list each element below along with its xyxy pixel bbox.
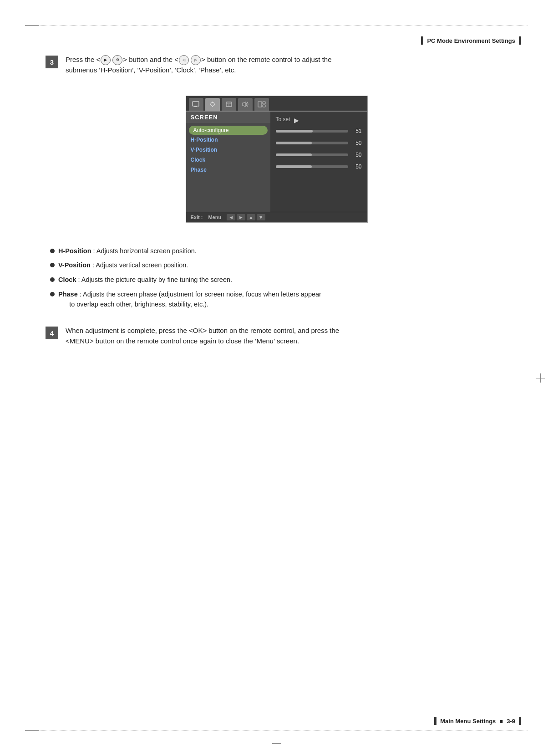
- progress-value-2: 50: [352, 140, 362, 146]
- page-border-left-top: [25, 25, 39, 26]
- footer-page: 3-9: [507, 718, 515, 725]
- tab-1: [189, 98, 203, 111]
- menu-title: SCREEN: [186, 112, 270, 123]
- header-bar-left: [421, 36, 423, 45]
- nav-left: ◄: [227, 214, 235, 220]
- bullet-text-1: H-Position : Adjusts horizontal screen p…: [58, 246, 197, 256]
- progress-fill-1: [276, 130, 313, 133]
- footer-exit: Exit :: [191, 215, 203, 220]
- step4-text: When adjustment is complete, press the <…: [66, 326, 339, 346]
- crosshair-bottom: [272, 739, 281, 748]
- menu-item-clock: Clock: [186, 155, 270, 165]
- menu-footer: Exit : Menu ◄ ► ▲ ▼: [186, 212, 367, 222]
- svg-rect-1: [194, 106, 197, 107]
- svg-rect-12: [263, 105, 265, 107]
- bullet-text-4: Phase : Adjusts the screen phase (adjust…: [58, 290, 321, 310]
- menu-row-4: 50: [276, 163, 362, 170]
- button-icon-3: ◁: [179, 55, 189, 65]
- progress-bar-4: [276, 165, 348, 168]
- tab-4: [238, 98, 253, 111]
- footer-nav-buttons: ◄ ► ▲ ▼: [227, 214, 265, 220]
- button-icon-1: ▶: [101, 55, 111, 65]
- bullet-vposition: V-Position : Adjusts vertical screen pos…: [50, 261, 507, 271]
- page-border-left-bottom: [25, 730, 39, 731]
- page-border-top: [25, 25, 528, 26]
- menu-image-container: SCREEN Auto-configure H-Position V-Posit…: [46, 85, 507, 234]
- bullet-dot-1: [50, 249, 55, 253]
- crosshair-right: [536, 373, 545, 383]
- svg-rect-11: [263, 102, 265, 104]
- progress-fill-4: [276, 165, 312, 168]
- bullet-text-2: V-Position : Adjusts vertical screen pos…: [58, 261, 188, 271]
- step3-block: 3 Press the < ▶ ⚙ > button and the < ◁ ▷…: [46, 55, 507, 76]
- nav-right: ►: [237, 214, 245, 220]
- menu-to-set-label: To set: [276, 116, 290, 123]
- nav-up: ▲: [247, 214, 255, 220]
- bullet-dot-2: [50, 263, 55, 267]
- tab-icon-audio: [242, 101, 249, 107]
- menu-right-header: To set ▶: [276, 116, 362, 124]
- button-icon-4: ▷: [191, 55, 201, 65]
- progress-fill-3: [276, 153, 312, 156]
- bullet-dot-3: [50, 277, 55, 282]
- footer-label: Main Menu Settings: [440, 718, 496, 725]
- bullet-phase: Phase : Adjusts the screen phase (adjust…: [50, 290, 507, 310]
- menu-left-panel: SCREEN Auto-configure H-Position V-Posit…: [186, 112, 270, 212]
- svg-rect-0: [193, 102, 199, 106]
- menu-item-auto: Auto-configure: [189, 126, 268, 135]
- step3-text2: submenus ‘H-Position’, ‘V-Position’, ‘Cl…: [66, 66, 236, 74]
- page-footer: Main Menu Settings ■ 3-9: [32, 717, 521, 725]
- progress-bar-2: [276, 142, 348, 144]
- tab-icon-layout: [258, 101, 266, 107]
- progress-value-4: 50: [352, 163, 362, 170]
- button-icon-2: ⚙: [112, 55, 122, 65]
- bullet-hposition: H-Position : Adjusts horizontal screen p…: [50, 246, 507, 256]
- menu-item-vpos: V-Position: [186, 145, 270, 155]
- progress-value-1: 51: [352, 128, 362, 134]
- progress-bar-3: [276, 153, 348, 156]
- footer-menu: Menu: [208, 215, 221, 220]
- menu-items-list: Auto-configure H-Position V-Position Clo…: [186, 123, 270, 178]
- menu-right-panel: To set ▶ 51 50: [270, 112, 367, 212]
- progress-fill-2: [276, 142, 312, 144]
- bullet-text-3: Clock : Adjusts the picture quality by f…: [58, 275, 232, 285]
- svg-point-2: [211, 102, 214, 106]
- tab-icon-brightness: [209, 101, 216, 107]
- step4-block: 4 When adjustment is complete, press the…: [46, 326, 507, 346]
- header-bar-right: [519, 36, 521, 45]
- tab-2: [205, 98, 220, 111]
- bullet-clock: Clock : Adjusts the picture quality by f…: [50, 275, 507, 285]
- footer-section: Main Menu Settings ■ 3-9: [434, 717, 521, 725]
- menu-item-phase: Phase: [186, 165, 270, 175]
- svg-rect-10: [258, 102, 262, 107]
- main-content: 3 Press the < ▶ ⚙ > button and the < ◁ ▷…: [46, 55, 507, 355]
- step4-number: 4: [46, 327, 58, 339]
- menu-tabs: [186, 96, 367, 112]
- tab-icon-settings: [225, 101, 233, 107]
- tab-5: [254, 98, 269, 111]
- crosshair-top: [272, 8, 281, 17]
- menu-row-2: 50: [276, 140, 362, 146]
- step3-number: 3: [46, 56, 58, 68]
- page-border-bottom: [25, 730, 528, 731]
- progress-bar-1: [276, 130, 348, 133]
- progress-value-3: 50: [352, 152, 362, 158]
- step3-text: Press the < ▶ ⚙ > button and the < ◁ ▷ >…: [66, 55, 332, 76]
- footer-bar-left: [434, 717, 436, 725]
- page-header: PC Mode Environment Settings: [421, 36, 521, 45]
- menu-item-hpos: H-Position: [186, 135, 270, 145]
- footer-bar-right: [519, 717, 521, 725]
- menu-row-3: 50: [276, 152, 362, 158]
- right-arrow-icon: ▶: [294, 117, 299, 124]
- bullet-list: H-Position : Adjusts horizontal screen p…: [50, 246, 507, 310]
- menu-row-1: 51: [276, 128, 362, 134]
- header-title: PC Mode Environment Settings: [427, 37, 515, 44]
- menu-screenshot: SCREEN Auto-configure H-Position V-Posit…: [186, 96, 368, 223]
- nav-down: ▼: [257, 214, 265, 220]
- bullet-dot-4: [50, 292, 55, 296]
- tab-icon-screen: [192, 101, 200, 107]
- menu-body: SCREEN Auto-configure H-Position V-Posit…: [186, 112, 367, 212]
- tab-3: [222, 98, 236, 111]
